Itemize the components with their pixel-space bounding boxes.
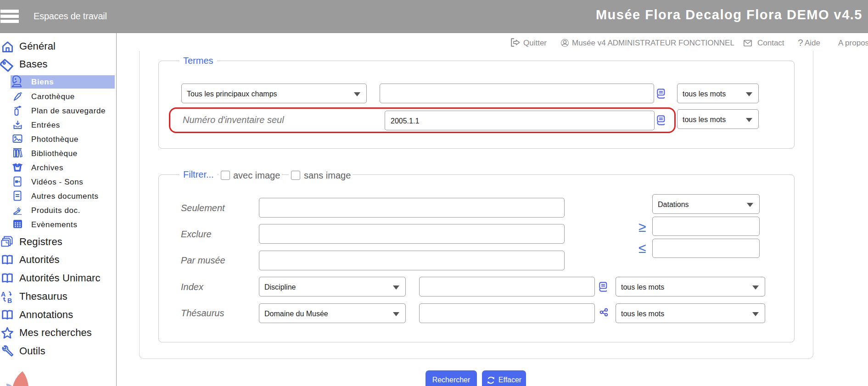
svg-text:B: B xyxy=(7,297,12,303)
svg-text:A: A xyxy=(1,291,6,298)
